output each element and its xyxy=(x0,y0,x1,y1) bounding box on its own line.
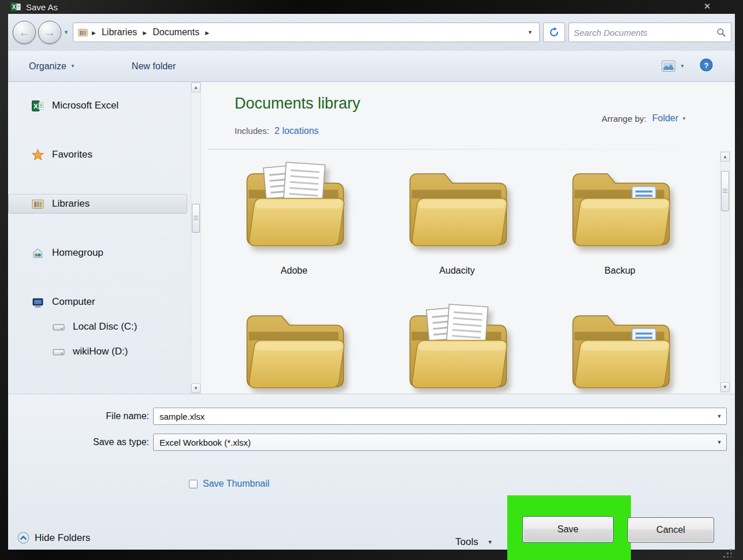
views-icon xyxy=(662,61,675,72)
sidebar-item-label: wikiHow (D:) xyxy=(73,346,128,357)
navigation-bar: Libraries Documents xyxy=(8,14,735,51)
folder-tile[interactable] xyxy=(218,301,370,394)
libraries-icon xyxy=(32,198,44,210)
folder-tile[interactable] xyxy=(544,301,696,394)
sidebar-item[interactable]: X xyxy=(8,145,187,165)
folder-icon xyxy=(235,301,354,394)
sidebar-item-icon: X xyxy=(51,345,65,358)
window-title: Save As xyxy=(26,2,58,12)
svg-text:?: ? xyxy=(704,61,708,70)
svg-text:X: X xyxy=(12,4,16,10)
tools-label: Tools xyxy=(455,536,478,548)
header-divider xyxy=(208,149,723,150)
scroll-up-button[interactable] xyxy=(191,83,200,92)
back-button[interactable] xyxy=(13,21,36,44)
folder-name: Audacity xyxy=(439,266,474,276)
sidebar-item-icon: X xyxy=(31,148,44,161)
save-thumbnail-row: Save Thumbnail xyxy=(189,479,269,489)
save-thumbnail-checkbox[interactable] xyxy=(189,480,198,488)
organize-label: Organize xyxy=(29,61,66,72)
sidebar-item-label: Favorites xyxy=(52,149,92,160)
refresh-icon xyxy=(549,27,559,38)
folder-row-1: Adobe Audacity Backup xyxy=(218,159,696,276)
sidebar-item-label: Libraries xyxy=(52,198,90,210)
sidebar-item[interactable]: X xyxy=(8,194,187,214)
scroll-down-button[interactable] xyxy=(191,383,200,393)
breadcrumb-item-wrap: Documents xyxy=(151,26,209,39)
folder-tile[interactable] xyxy=(381,301,533,394)
sidebar-scrollbar[interactable] xyxy=(191,82,201,394)
excel-app-icon: X xyxy=(10,2,21,12)
folder-tile[interactable]: Backup xyxy=(544,159,696,276)
new-folder-button[interactable]: New folder xyxy=(126,58,181,75)
sidebar-item[interactable]: X xyxy=(8,96,187,115)
file-name-input[interactable] xyxy=(154,412,712,421)
help-icon: ? xyxy=(700,58,713,72)
folder-row-2 xyxy=(218,301,696,394)
file-name-dropdown-icon[interactable] xyxy=(712,413,726,419)
library-includes: Includes: 2 locations xyxy=(235,126,319,136)
address-dropdown-icon[interactable] xyxy=(527,29,534,35)
sidebar-item[interactable]: X xyxy=(8,243,187,263)
file-list-scrollbar[interactable] xyxy=(720,151,730,393)
sidebar-item-label: Homegroup xyxy=(52,247,103,259)
tools-button[interactable]: Tools xyxy=(449,533,499,550)
folder-name: Backup xyxy=(604,266,635,276)
refresh-button[interactable] xyxy=(543,23,565,42)
sidebar-item-icon: X xyxy=(51,320,65,333)
breadcrumb-items: Libraries Documents xyxy=(100,26,209,39)
views-button[interactable] xyxy=(662,61,685,72)
breadcrumb-item[interactable]: Libraries xyxy=(100,26,139,39)
breadcrumb[interactable]: Libraries Documents xyxy=(73,23,540,42)
sidebar-item-icon: X xyxy=(31,197,44,210)
forward-button[interactable] xyxy=(38,21,61,44)
organize-button[interactable]: Organize xyxy=(23,58,81,75)
scroll-thumb[interactable] xyxy=(192,204,200,233)
arrange-by-value: Folder xyxy=(652,113,678,124)
sidebar-item-icon: X xyxy=(31,99,44,112)
arrange-by: Arrange by: Folder xyxy=(601,113,686,124)
hide-folders-button[interactable]: Hide Folders xyxy=(17,532,90,544)
hide-folders-label: Hide Folders xyxy=(35,532,90,544)
disk-drive-icon xyxy=(53,321,65,333)
scroll-up-button[interactable] xyxy=(720,152,730,162)
file-name-combobox[interactable] xyxy=(153,408,727,425)
folder-icon xyxy=(561,159,679,263)
save-button[interactable]: Save xyxy=(522,516,614,543)
search-icon xyxy=(716,28,726,38)
sidebar-item-label: Computer xyxy=(52,296,95,308)
resize-grip[interactable] xyxy=(721,547,734,559)
search-input[interactable] xyxy=(574,28,716,38)
history-dropdown-icon[interactable] xyxy=(64,29,69,35)
sidebar-item-label: Local Disc (C:) xyxy=(73,321,137,333)
folder-name: Adobe xyxy=(281,266,307,276)
save-type-dropdown-icon[interactable] xyxy=(712,439,726,445)
sidebar-item-label: Microsoft Excel xyxy=(52,100,118,111)
folder-tile[interactable]: Adobe xyxy=(218,159,370,276)
breadcrumb-item-wrap: Libraries xyxy=(100,26,147,39)
folder-icon xyxy=(398,301,517,394)
command-bar-right: ? xyxy=(662,58,735,74)
folder-icon xyxy=(561,301,679,394)
save-type-combobox[interactable]: Excel Workbook (*.xlsx) xyxy=(153,434,727,451)
breadcrumb-item[interactable]: Documents xyxy=(151,26,201,39)
sidebar-item[interactable]: X xyxy=(8,342,187,361)
includes-label: Includes: xyxy=(235,126,269,136)
folder-icon xyxy=(398,159,517,263)
sidebar-item-icon: X xyxy=(31,247,44,259)
scroll-down-button[interactable] xyxy=(720,382,730,392)
save-type-label: Save as type: xyxy=(8,434,149,451)
cancel-button[interactable]: Cancel xyxy=(627,517,714,543)
sidebar-item[interactable]: X xyxy=(8,292,187,312)
arrange-by-dropdown[interactable]: Folder xyxy=(652,113,686,124)
computer-icon xyxy=(32,296,44,308)
scroll-thumb[interactable] xyxy=(721,171,729,211)
file-name-label: File name: xyxy=(8,408,149,425)
screen: { "window": { "title": "Save As", "close… xyxy=(0,0,743,560)
close-button[interactable]: ✕ xyxy=(697,0,718,13)
locations-link[interactable]: 2 locations xyxy=(274,126,319,136)
folder-tile[interactable]: Audacity xyxy=(381,159,533,276)
help-button[interactable]: ? xyxy=(700,58,713,74)
sidebar-item[interactable]: X xyxy=(8,317,187,337)
homegroup-icon xyxy=(32,247,44,259)
